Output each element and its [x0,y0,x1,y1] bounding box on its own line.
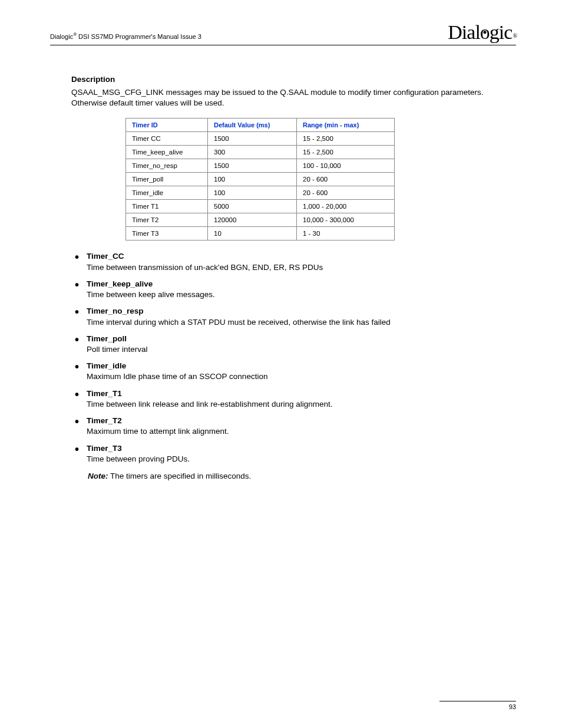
table-cell: Timer CC [126,132,208,146]
list-item: Timer_T1Time between link release and li… [75,388,516,410]
table-cell: 1,000 - 20,000 [297,200,395,213]
table-cell: 15 - 2,500 [297,146,395,159]
table-cell: 100 - 10,000 [297,159,395,173]
list-item: Timer_no_respTime interval during which … [75,306,516,327]
list-item: Timer_idleMaximum Idle phase time of an … [75,361,516,382]
timer-table: Timer ID Default Value (ms) Range (min -… [125,118,395,241]
logo-text: Dialogic [448,21,512,43]
table-cell: 120000 [208,213,297,227]
definition-term: Timer_T3 [87,444,122,453]
logo-regmark: ® [513,32,517,39]
table-cell: Timer_poll [126,173,208,186]
note-text: The timers are specified in milliseconds… [108,472,252,480]
table-cell: Timer T2 [126,213,208,227]
page-footer: 93 [439,701,516,710]
table-cell: 100 [208,173,297,186]
table-row: Timer T150001,000 - 20,000 [126,200,395,213]
definition-desc: Poll timer interval [87,345,148,354]
main-content: Description QSAAL_MSG_CFG_LINK messages … [50,45,516,480]
definition-desc: Maximum time to attempt link alignment. [87,427,229,436]
table-header-row: Timer ID Default Value (ms) Range (min -… [126,118,395,132]
table-cell: 20 - 600 [297,186,395,200]
table-cell: Timer_no_resp [126,159,208,173]
definition-desc: Time between transmission of un-ack'ed B… [87,263,323,272]
table-header-cell: Default Value (ms) [208,118,297,132]
table-cell: 300 [208,146,297,159]
definition-term: Timer_idle [87,361,126,370]
list-item: Timer_T3Time between proving PDUs. [75,443,516,465]
section-heading: Description [71,75,516,84]
note-label: Note: [88,472,108,480]
table-cell: 1 - 30 [297,227,395,241]
definition-term: Timer_poll [87,334,127,343]
table-header-cell: Timer ID [126,118,208,132]
table-cell: 20 - 600 [297,173,395,186]
definition-term: Timer_T2 [87,416,122,425]
definition-term: Timer_CC [87,252,124,261]
definition-term: Timer_no_resp [87,307,144,315]
table-cell: Timer_idle [126,186,208,200]
definition-desc: Time interval during which a STAT PDU mu… [87,318,391,327]
list-item: Timer_pollPoll timer interval [75,334,516,355]
definition-desc: Time between link release and link re-es… [87,400,332,409]
header-title-suffix: DSI SS7MD Programmer's Manual Issue 3 [77,33,201,40]
table-cell: 15 - 2,500 [297,132,395,146]
table-cell: 1500 [208,132,297,146]
note-line: Note: The timers are specified in millis… [88,472,516,480]
definitions-list: Timer_CCTime between transmission of un-… [75,251,516,465]
list-item: Timer_T2Maximum time to attempt link ali… [75,416,516,437]
table-cell: 1500 [208,159,297,173]
table-cell: 10,000 - 300,000 [297,213,395,227]
table-header-cell: Range (min - max) [297,118,395,132]
table-row: Timer T3101 - 30 [126,227,395,241]
table-row: Timer_poll10020 - 600 [126,173,395,186]
definition-desc: Time between keep alive messages. [87,290,215,299]
list-item: Timer_CCTime between transmission of un-… [75,251,516,272]
list-item: Timer_keep_aliveTime between keep alive … [75,279,516,300]
definition-desc: Time between proving PDUs. [87,454,190,463]
definition-desc: Maximum Idle phase time of an SSCOP conn… [87,372,267,381]
table-row: Timer_no_resp1500100 - 10,000 [126,159,395,173]
page-header: Dialogic® DSI SS7MD Programmer's Manual … [50,22,516,45]
table-row: Time_keep_alive30015 - 2,500 [126,146,395,159]
definition-term: Timer_keep_alive [87,279,153,288]
table-row: Timer T212000010,000 - 300,000 [126,213,395,227]
header-brand: Dialogic [50,33,73,40]
table-cell: 10 [208,227,297,241]
brand-logo: Dialogic® [448,22,516,44]
page-number: 93 [509,703,516,710]
table-row: Timer CC150015 - 2,500 [126,132,395,146]
table-cell: Timer T3 [126,227,208,241]
definition-term: Timer_T1 [87,389,122,398]
header-left-text: Dialogic® DSI SS7MD Programmer's Manual … [50,32,201,44]
table-cell: 5000 [208,200,297,213]
table-cell: 100 [208,186,297,200]
section-paragraph: QSAAL_MSG_CFG_LINK messages may be issue… [71,87,516,108]
table-cell: Timer T1 [126,200,208,213]
table-cell: Time_keep_alive [126,146,208,159]
table-row: Timer_idle10020 - 600 [126,186,395,200]
